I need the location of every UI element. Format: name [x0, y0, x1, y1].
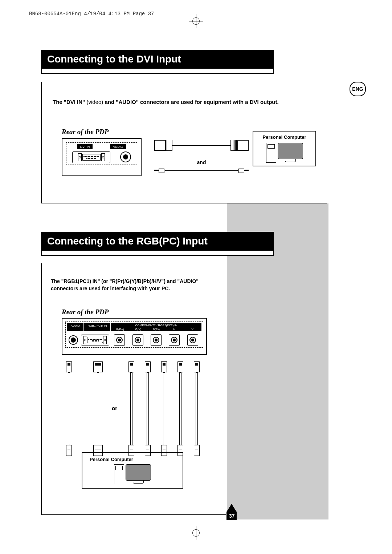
audio-jack-icon: [120, 151, 131, 162]
port-v-label: V: [183, 327, 201, 331]
section-2-frame: The "RGB1(PC1) IN" (or "R(Pr)/G(Y)/B(Pb)…: [41, 263, 226, 515]
dvi-in-label: DVI IN: [77, 144, 93, 149]
bnc-v-icon: [187, 334, 198, 346]
crop-mark-bottom: [189, 526, 203, 540]
pc-box-2: Personal Computer: [82, 452, 183, 489]
page-number: 37: [226, 504, 237, 520]
bnc-plug-icon: [128, 361, 134, 372]
cable-diagram-2: or: [62, 358, 207, 460]
port-r-label: R(Pₘ): [111, 327, 129, 331]
and-label: and: [151, 159, 252, 165]
section-1-title-bar: Connecting to the DVI Input: [41, 50, 274, 74]
audio-plug-icon: [66, 445, 72, 456]
port-g-label: G(Y): [129, 327, 147, 331]
rear-label-1: Rear of the PDP: [62, 128, 109, 136]
language-badge: ENG: [350, 82, 366, 96]
pc-box-1: Personal Computer: [253, 131, 316, 166]
dvi-cable-icon: [151, 140, 252, 158]
bnc-b-icon: [151, 334, 162, 346]
section-1-frame: The "DVI IN" (video) and "AUDIO" connect…: [41, 82, 327, 203]
vga-plug-icon: [93, 361, 103, 372]
bnc-plug-icon: [194, 445, 200, 456]
audio-cable-icon: [151, 167, 252, 174]
dvi-port-icon: [72, 151, 110, 163]
bnc-plug-icon: [145, 361, 151, 372]
bnc-r-icon: [114, 334, 125, 346]
section-1-intro: The "DVI IN" (video) and "AUDIO" connect…: [53, 98, 314, 106]
audio-label-2: AUDIO: [67, 323, 83, 331]
rear-label-2: Rear of the PDP: [62, 308, 109, 316]
section-2-title-bar: Connecting to the RGB(PC) Input: [41, 232, 274, 256]
bnc-plug-icon: [161, 361, 167, 372]
audio-jack-icon-2: [69, 335, 78, 345]
crop-mark-top: [189, 14, 203, 28]
pc-icon: [256, 143, 313, 163]
section-2-title: Connecting to the RGB(PC) Input: [42, 232, 273, 250]
pdf-header: BN68-00654A-01Eng 4/19/04 4:13 PM Page 3…: [29, 11, 154, 17]
or-label: or: [112, 405, 117, 411]
pdp-rear-panel-1: DVI IN AUDIO: [62, 138, 142, 176]
pc-icon: [86, 464, 179, 484]
bnc-plug-icon: [194, 361, 200, 372]
port-b-label: B(Pₙ): [147, 327, 166, 331]
section-1-title: Connecting to the DVI Input: [42, 50, 273, 68]
pdp-rear-panel-2: AUDIO RGB1(PC1) IN COMPONENT2 / RGB2(PC2…: [62, 318, 207, 355]
component-header: COMPONENT2 / RGB2(PC2) IN: [111, 323, 201, 327]
rgb1-label: RGB1(PC1) IN: [84, 323, 110, 331]
pc-label-1: Personal Computer: [256, 134, 313, 140]
pc-label-2: Personal Computer: [86, 457, 179, 462]
port-h-label: H: [165, 327, 183, 331]
page-number-value: 37: [226, 512, 237, 520]
section-2-intro: The "RGB1(PC1) IN" (or "R(Pr)/G(Y)/B(Pb)…: [51, 278, 218, 292]
bnc-plug-icon: [177, 361, 183, 372]
cable-diagram-1: and: [151, 140, 252, 180]
bnc-h-icon: [169, 334, 180, 346]
vga-port-icon: [81, 335, 109, 345]
audio-plug-icon: [66, 361, 72, 372]
audio-label-1: AUDIO: [110, 144, 126, 149]
triangle-up-icon: [226, 504, 237, 512]
bnc-g-icon: [132, 334, 143, 346]
